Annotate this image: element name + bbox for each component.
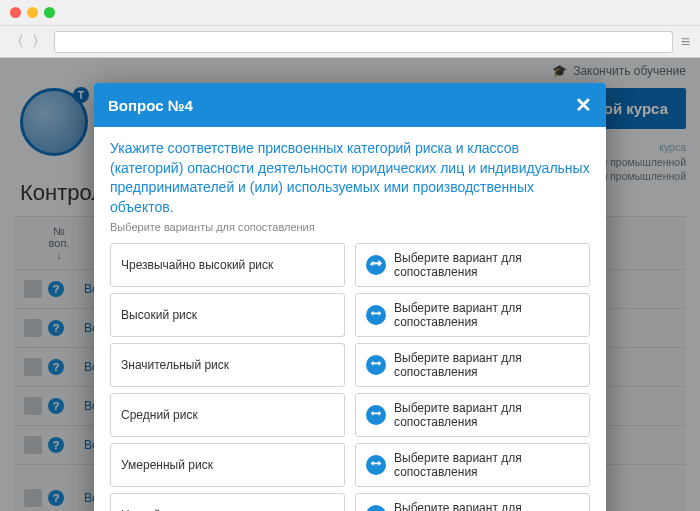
window-max-icon[interactable] — [44, 7, 55, 18]
match-right-select[interactable]: Выберите вариант для сопоставления — [355, 493, 590, 511]
modal-question-text: Укажите соответствие присвоенных категор… — [110, 139, 590, 217]
match-right-select[interactable]: Выберите вариант для сопоставления — [355, 443, 590, 487]
swap-icon — [366, 455, 386, 475]
swap-icon — [366, 405, 386, 425]
nav-back-icon[interactable]: 〈 — [10, 33, 24, 51]
nav-forward-icon[interactable]: 〉 — [32, 33, 46, 51]
match-left-item: Высокий риск — [110, 293, 345, 337]
match-left-item: Значительный риск — [110, 343, 345, 387]
window-min-icon[interactable] — [27, 7, 38, 18]
match-left-item: Средний риск — [110, 393, 345, 437]
modal-hint: Выберите варианты для сопоставления — [110, 221, 590, 233]
match-left-item: Чрезвычайно высокий риск — [110, 243, 345, 287]
browser-chrome: 〈 〉 ≡ — [0, 0, 700, 58]
menu-icon[interactable]: ≡ — [681, 33, 690, 51]
url-bar[interactable] — [54, 31, 673, 53]
page-content: 🎓 Закончить обучение Л Работа с темой ку… — [0, 58, 700, 511]
match-right-select[interactable]: Выберите вариант для сопоставления — [355, 393, 590, 437]
modal-overlay: Вопрос №4 ✕ Укажите соответствие присвое… — [0, 58, 700, 511]
swap-icon — [366, 305, 386, 325]
close-icon[interactable]: ✕ — [575, 93, 592, 117]
swap-icon — [366, 255, 386, 275]
swap-icon — [366, 505, 386, 511]
match-grid: Чрезвычайно высокий риск Выберите вариан… — [110, 243, 590, 511]
question-modal: Вопрос №4 ✕ Укажите соответствие присвое… — [94, 83, 606, 511]
modal-title: Вопрос №4 — [108, 97, 193, 114]
match-right-select[interactable]: Выберите вариант для сопоставления — [355, 343, 590, 387]
swap-icon — [366, 355, 386, 375]
window-close-icon[interactable] — [10, 7, 21, 18]
match-right-select[interactable]: Выберите вариант для сопоставления — [355, 243, 590, 287]
match-left-item: Низкий риск — [110, 493, 345, 511]
match-right-select[interactable]: Выберите вариант для сопоставления — [355, 293, 590, 337]
match-left-item: Умеренный риск — [110, 443, 345, 487]
